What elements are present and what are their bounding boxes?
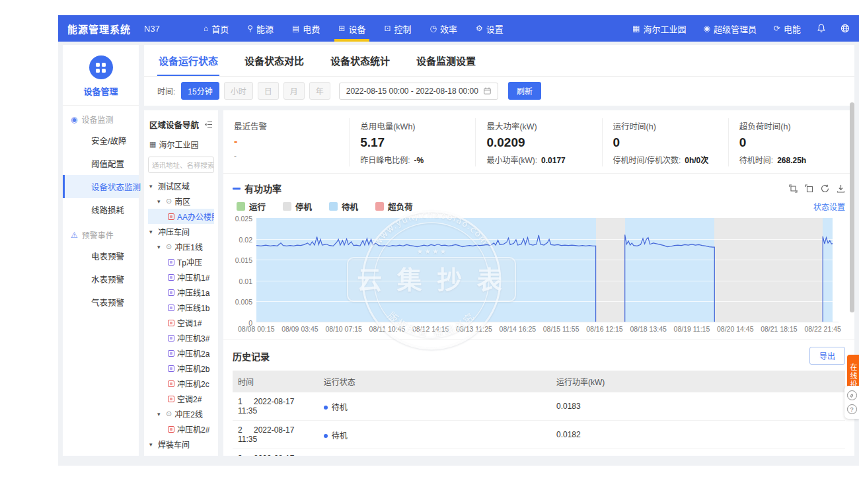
sidebar-item-gas-alert[interactable]: 气表预警 xyxy=(63,291,139,314)
legend-item-停机[interactable]: 停机 xyxy=(283,200,312,213)
sidebar-item-line-loss[interactable]: 线路损耗 xyxy=(63,198,139,221)
tree-node[interactable]: ▾测试区域 xyxy=(148,178,214,194)
zoom-select-icon[interactable] xyxy=(789,184,798,193)
tab-3[interactable]: 设备监测设置 xyxy=(415,45,477,76)
expand-arrow-icon[interactable]: ▾ xyxy=(157,198,163,205)
legend-item-待机[interactable]: 待机 xyxy=(329,200,358,213)
nav-item-meter-type[interactable]: ⟳电能 xyxy=(772,15,802,42)
main-nav: ⌂首页⚲能源▤电费⊞设备⊡控制◷效率⚙设置 xyxy=(194,15,513,42)
expand-arrow-icon[interactable]: ▾ xyxy=(149,183,155,190)
legend-item-超负荷[interactable]: 超负荷 xyxy=(375,200,413,213)
date-range-input[interactable]: 2022-08-15 00:00 - 2022-08-18 00:00 xyxy=(339,83,498,100)
nav-item-control[interactable]: ⊡控制 xyxy=(375,15,420,42)
history-status-cell: 待机 xyxy=(318,421,551,449)
tree-node[interactable]: 冲压机3# xyxy=(148,330,214,345)
legend-item-运行[interactable]: 运行 xyxy=(237,200,266,213)
expand-arrow-icon[interactable]: ▾ xyxy=(149,229,155,235)
sidebar-item-safety-fault[interactable]: 安全/故障 xyxy=(63,129,139,152)
filter-bar: 时间: 15分钟小时日月年 2022-08-15 00:00 - 2022-08… xyxy=(144,77,854,106)
legend-label: 超负荷 xyxy=(388,200,413,213)
y-tick-label: 0.005 xyxy=(235,298,252,306)
refresh-button[interactable]: 刷新 xyxy=(508,82,541,100)
nav-item-home[interactable]: ⌂首页 xyxy=(194,15,238,42)
service-link-icon[interactable] xyxy=(847,390,857,400)
expand-arrow-icon[interactable]: ▾ xyxy=(149,441,155,448)
row-number: 2 xyxy=(238,425,248,435)
x-tick-label: 08/12 14:15 xyxy=(412,325,449,333)
app-window: 能源管理系统 N37 ⌂首页⚲能源▤电费⊞设备⊡控制◷效率⚙设置 ▦海尔工业园◉… xyxy=(58,15,859,466)
device-meter-icon xyxy=(168,426,174,433)
nav-item-admin[interactable]: ◉超级管理员 xyxy=(702,15,758,42)
sidebar-item-meter-alert[interactable]: 电表预警 xyxy=(63,244,139,268)
nav-item-energy[interactable]: ⚲能源 xyxy=(238,15,283,42)
expand-arrow-icon[interactable]: ▾ xyxy=(157,244,163,250)
sidebar-item-threshold-config[interactable]: 阈值配置 xyxy=(63,152,139,175)
tree-node[interactable]: ▾⊙南区 xyxy=(148,194,214,209)
status-dot xyxy=(324,406,328,410)
tree-node[interactable]: 冲压机2b xyxy=(148,361,214,376)
sidebar-item-device-status-monitor[interactable]: 设备状态监测 xyxy=(63,175,139,198)
tree-node[interactable]: 冲压线1a xyxy=(148,285,214,300)
tree-node[interactable]: ▾⊙冲压1线 xyxy=(148,239,214,254)
tree-search-input[interactable]: 通讯地址、名称搜索 xyxy=(148,157,214,173)
download-icon[interactable] xyxy=(837,184,845,193)
energy-icon: ⚲ xyxy=(247,24,253,33)
tree-node[interactable]: 冲压线1b xyxy=(148,300,214,315)
tree-node[interactable]: 空调1# xyxy=(148,315,214,330)
park-node[interactable]: ▦ 海尔工业园 xyxy=(148,137,214,157)
tree-node[interactable]: 冲压机2# xyxy=(148,421,214,437)
status-text: 待机 xyxy=(332,431,348,441)
expand-arrow-icon[interactable]: ▾ xyxy=(157,411,163,417)
x-tick-label: 08/08 00:15 xyxy=(238,325,274,333)
tree-node[interactable]: ▾⊙冲压2线 xyxy=(148,406,214,421)
nav-item-efficiency[interactable]: ◷效率 xyxy=(420,15,467,42)
target-icon: ◉ xyxy=(71,115,77,124)
status-settings-link[interactable]: 状态设置 xyxy=(813,201,845,212)
granularity-button[interactable]: 15分钟 xyxy=(181,82,219,100)
tree-node[interactable]: 焊接4# xyxy=(148,452,214,456)
tab-1[interactable]: 设备状态对比 xyxy=(243,45,305,76)
stat-card-total-energy: 总用电量(kWh)5.17昨日峰电比例:-% xyxy=(349,118,475,166)
granularity-button[interactable]: 小时 xyxy=(224,82,253,100)
power-chart[interactable] xyxy=(256,218,839,322)
stat-value: 0.0209 xyxy=(486,135,591,150)
y-tick-label: 0.015 xyxy=(235,256,252,264)
sidebar-item-water-alert[interactable]: 水表预警 xyxy=(63,268,139,291)
tree-node[interactable]: 冲压机2a xyxy=(148,345,214,361)
bell-icon[interactable] xyxy=(817,24,826,33)
tree-node[interactable]: ▾焊装车间 xyxy=(148,437,214,452)
help-icon[interactable]: ? xyxy=(847,404,857,414)
tree-node[interactable]: ▾冲压车间 xyxy=(148,224,214,239)
nav-item-park[interactable]: ▦海尔工业园 xyxy=(631,15,687,42)
tab-0[interactable]: 设备运行状态 xyxy=(157,45,219,76)
x-tick-label: 08/11 10:45 xyxy=(369,325,406,333)
granularity-button[interactable]: 月 xyxy=(283,82,305,100)
history-power-cell: 0.0183 xyxy=(551,392,845,421)
tree-node[interactable]: Tp冲压 xyxy=(148,254,214,270)
export-button[interactable]: 导出 xyxy=(809,347,845,365)
nav-item-settings[interactable]: ⚙设置 xyxy=(467,15,513,42)
nav-item-device[interactable]: ⊞设备 xyxy=(329,15,375,42)
stat-label: 运行时间(h) xyxy=(613,120,718,132)
granularity-button[interactable]: 日 xyxy=(258,82,279,100)
tree-node[interactable]: 冲压机2c xyxy=(148,376,214,391)
tree-node-label: 冲压机1# xyxy=(177,271,209,283)
refresh-chart-icon[interactable] xyxy=(821,184,829,193)
granularity-button[interactable]: 年 xyxy=(309,82,330,100)
collapse-tree-icon[interactable] xyxy=(204,121,213,128)
x-tick-label: 08/22 21:45 xyxy=(804,325,840,333)
tree-node[interactable]: 冲压机1# xyxy=(148,270,214,285)
tree-node[interactable]: 空调2# xyxy=(148,391,214,406)
series-dash-icon xyxy=(233,188,241,190)
tab-bar: 设备运行状态设备状态对比设备状态统计设备监测设置 时间: 15分钟小时日月年 2… xyxy=(144,45,854,106)
stat-card-max-power: 最大功率(kW)0.0209最小功率(kW):0.0177 xyxy=(475,118,601,166)
zoom-reset-icon[interactable] xyxy=(805,184,813,193)
tree-node[interactable]: AA办公楼照明... xyxy=(148,209,214,224)
globe-icon[interactable] xyxy=(840,24,850,33)
vertical-scrollbar[interactable] xyxy=(850,102,854,312)
nav-item-bill[interactable]: ▤电费 xyxy=(283,15,329,42)
stat-sub-value: - xyxy=(234,151,237,161)
tab-2[interactable]: 设备状态统计 xyxy=(329,45,391,76)
x-tick-label: 08/13 11:25 xyxy=(456,325,492,333)
device-meter-icon xyxy=(168,380,174,387)
